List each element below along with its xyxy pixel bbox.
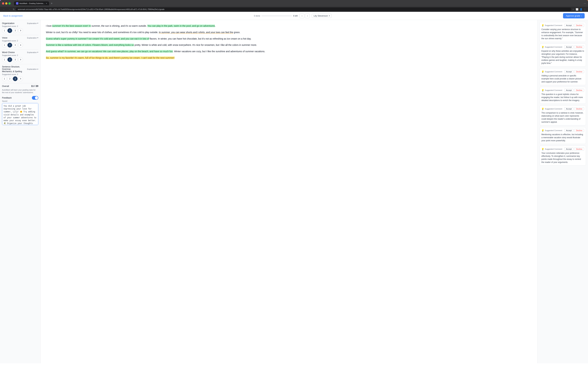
tab-favicon — [16, 2, 18, 5]
decline-btn-4[interactable]: Decline — [574, 89, 584, 92]
essay-text: I love summer! It's the best season ever… — [46, 24, 532, 60]
accept-btn-5[interactable]: Accept — [564, 107, 574, 110]
bulb-icon-4: 💡 — [541, 89, 544, 91]
category-name-word-choice: Word Choice — [2, 51, 15, 54]
score-btn-voice-2[interactable]: 2 — [7, 43, 12, 48]
bookmark-icon[interactable]: ☆ — [572, 8, 574, 11]
underline-summer-clothes: In summer, you can wear shorts and t-shi… — [159, 31, 233, 34]
rubric-category-organization: Organization Explanation ▾ — [2, 22, 38, 25]
sc-label-4: Suggested Comment — [545, 89, 562, 91]
score-btn-wc-1[interactable]: 1 — [2, 57, 7, 62]
profile-icon[interactable]: 👤 — [580, 8, 582, 11]
score-btn-voice-1[interactable]: 1 — [2, 43, 7, 48]
rubric-category-voice: Voice Explanation ▾ — [2, 36, 38, 39]
score-buttons-word-choice: 1 2 3 4 — [2, 57, 38, 62]
new-tab-button[interactable]: + — [50, 1, 53, 5]
sc-title-6: 💡 Suggested Comment — [541, 129, 562, 132]
browser-actions: ☆ ⬜ 👤 ⋮ — [572, 8, 586, 11]
score-btn-ss-2[interactable]: 2 — [7, 76, 12, 81]
accept-btn-3[interactable]: Accept — [564, 70, 574, 73]
score-btn-ss-1[interactable]: 1 — [2, 76, 7, 81]
score-btn-voice-3[interactable]: 3 — [13, 43, 18, 48]
saved-label: Saved — [2, 100, 38, 102]
accept-btn-2[interactable]: Accept — [564, 45, 574, 49]
sc-title-1: 💡 Suggested Comment — [541, 24, 562, 27]
feedback-textarea[interactable] — [2, 103, 38, 125]
explanation-link-voice[interactable]: Explanation ▾ — [27, 37, 39, 39]
chevron-down-icon-voice: ▾ — [37, 37, 38, 39]
highlight-rainbow: Summer is like a rainbow with lots of co… — [46, 44, 134, 46]
address-bar[interactable]: automark.io/courses/e8b7b68d-76aa-4dfc-a… — [16, 7, 571, 11]
suggested-score-voice: Suggested score: 2 — [2, 40, 38, 42]
menu-icon[interactable]: ⋮ — [584, 8, 586, 11]
extensions-icon[interactable]: ⬜ — [576, 8, 578, 11]
maximize-button[interactable] — [8, 2, 11, 5]
rubric-category-sentence-structure: Sentence Structure, Grammar,Mechanics, &… — [2, 66, 38, 73]
score-btn-org-2[interactable]: 2 — [7, 28, 12, 33]
back-to-assignment-link[interactable]: Back to assignment — [3, 14, 22, 17]
next-student-button[interactable]: › — [305, 14, 310, 18]
nav-arrows: ‹ › — [300, 14, 310, 18]
feedback-section: Feedback Saved — [2, 96, 38, 126]
reload-button[interactable]: ↻ — [13, 8, 15, 11]
score-buttons-organization: 1 2 3 4 — [2, 28, 38, 33]
progress-bar-wrap: 0 done 6 left — [254, 15, 298, 17]
feedback-toggle[interactable] — [32, 96, 38, 100]
left-panel: Organization Explanation ▾ Suggested sco… — [0, 20, 41, 363]
score-btn-ss-4[interactable]: 4 — [18, 76, 23, 81]
highlight-conclusion: So, summer is my favorite! It's warm, fu… — [46, 56, 175, 59]
explanation-link-organization[interactable]: Explanation ▾ — [27, 22, 39, 24]
suggested-score-word-choice: Suggested score: 2 — [2, 54, 38, 56]
score-btn-org-1[interactable]: 1 — [2, 28, 7, 33]
score-btn-voice-4[interactable]: 4 — [18, 43, 23, 48]
rubric-category-word-choice: Word Choice Explanation ▾ — [2, 51, 38, 54]
sc-label-6: Suggested Comment — [545, 129, 562, 132]
score-btn-wc-3[interactable]: 3 — [13, 57, 18, 62]
decline-btn-7[interactable]: Decline — [574, 147, 584, 151]
score-btn-wc-2[interactable]: 2 — [7, 57, 12, 62]
decline-btn-5[interactable]: Decline — [574, 107, 584, 110]
tab-close-icon[interactable]: ✕ — [46, 2, 47, 4]
student-selector[interactable]: Lily Stevenson ▾ — [312, 14, 332, 18]
approve-grade-button[interactable]: Approve grade › — [563, 13, 585, 18]
tab-bar: AutoMark - Grading Submiss... ✕ + — [14, 1, 54, 5]
sc-title-3: 💡 Suggested Comment — [541, 70, 562, 73]
accept-btn-7[interactable]: Accept — [564, 147, 574, 151]
explanation-link-sentence-structure[interactable]: Explanation ▾ — [27, 68, 39, 70]
divider-4 — [2, 83, 38, 83]
close-button[interactable] — [2, 2, 4, 5]
explanation-label-voice: Explanation — [27, 37, 37, 39]
decline-btn-3[interactable]: Decline — [574, 70, 584, 73]
accept-btn-1[interactable]: Accept — [564, 24, 574, 27]
accept-btn-4[interactable]: Accept — [564, 89, 574, 92]
score-btn-org-3[interactable]: 3 — [13, 28, 18, 33]
sc-actions-7: Accept Decline — [564, 147, 584, 151]
score-btn-org-4[interactable]: 4 — [18, 28, 23, 33]
suggested-comment-6: 💡 Suggested Comment Accept Decline Menti… — [540, 127, 586, 144]
sc-label-1: Suggested Comment — [545, 24, 562, 26]
minimize-button[interactable] — [5, 2, 7, 5]
decline-btn-1[interactable]: Decline — [574, 24, 584, 27]
prev-student-button[interactable]: ‹ — [300, 14, 304, 18]
decline-btn-6[interactable]: Decline — [574, 129, 584, 132]
sc-actions-3: Accept Decline — [564, 70, 584, 73]
sc-label-2: Suggested Comment — [545, 46, 562, 48]
center-panel: I love summer! It's the best season ever… — [41, 20, 537, 363]
bulb-icon-2: 💡 — [541, 46, 544, 48]
address-bar-row: ← → ↻ automark.io/courses/e8b7b68d-76aa-… — [0, 7, 588, 12]
chevron-down-icon: ▾ — [329, 15, 330, 17]
rubric-section-sentence-structure: Sentence Structure, Grammar,Mechanics, &… — [2, 66, 38, 81]
accept-btn-6[interactable]: Accept — [564, 129, 574, 132]
score-btn-wc-4[interactable]: 4 — [18, 57, 23, 62]
active-tab[interactable]: AutoMark - Grading Submiss... ✕ — [14, 1, 49, 5]
explanation-link-word-choice[interactable]: Explanation ▾ — [27, 51, 39, 53]
decline-btn-2[interactable]: Decline — [574, 45, 584, 49]
score-btn-ss-3[interactable]: 3 — [13, 76, 18, 81]
sc-header-1: 💡 Suggested Comment Accept Decline — [541, 24, 584, 27]
forward-nav-button[interactable]: → — [7, 7, 12, 11]
suggested-comment-4: 💡 Suggested Comment Accept Decline This … — [540, 87, 586, 104]
back-nav-button[interactable]: ← — [2, 7, 6, 11]
rubric-section-organization: Organization Explanation ▾ Suggested sco… — [2, 22, 38, 33]
essay-paragraph-2: Winter is cool, but it's so chilly! You … — [46, 30, 532, 35]
chevron-right-icon: › — [581, 14, 582, 17]
